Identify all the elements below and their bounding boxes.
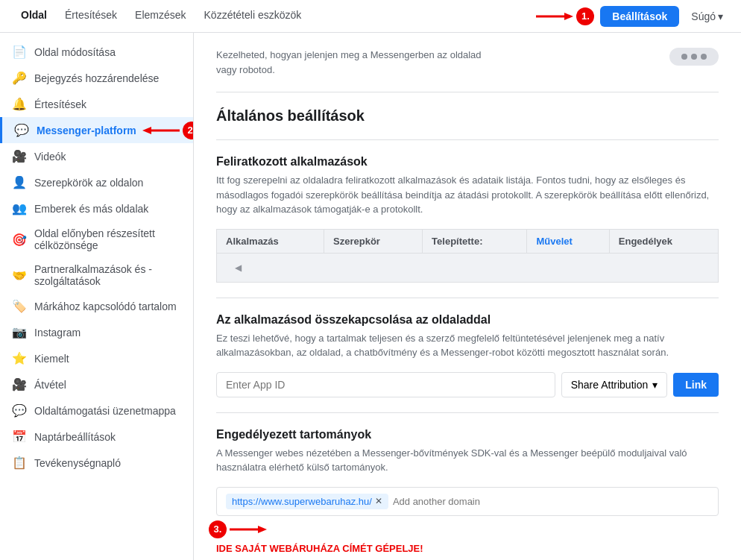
page-layout: 📄 Oldal módosítása 🔑 Bejegyzés hozzárend… (0, 33, 741, 560)
log-icon: 📋 (12, 456, 27, 470)
share-attribution-dropdown[interactable]: Share Attribution ▾ (561, 372, 668, 397)
annotation-3-wrapper: 3. (209, 520, 274, 538)
remove-domain-icon[interactable]: ✕ (375, 496, 382, 506)
svg-marker-5 (258, 526, 267, 533)
apps-table: Alkalmazás Szerepkör Telepítette: Művele… (216, 229, 719, 283)
star-icon: ⭐ (12, 351, 27, 365)
domain-tag: https://www.superwebaruhaz.hu/ ✕ (226, 494, 388, 509)
chevron-down-icon: ▾ (718, 10, 723, 22)
arrow-to-domain-icon (230, 522, 274, 537)
page-edit-icon: 📄 (12, 45, 27, 59)
main-content: Kezelheted, hogyan jelenjen meg a Messen… (194, 33, 741, 560)
messenger-info-row: Kezelheted, hogyan jelenjen meg a Messen… (216, 48, 719, 77)
chevron-down-icon: ▾ (652, 379, 658, 391)
subscribed-apps-title: Feliratkozott alkalmazások (216, 155, 719, 169)
messenger-dots-preview (669, 48, 719, 66)
svg-marker-3 (142, 127, 151, 134)
sidebar-item-instagram[interactable]: 📷 Instagram (0, 319, 193, 345)
sidebar-item-kiemelt[interactable]: ⭐ Kiemelt (0, 345, 193, 371)
annotation-badge-1: 1. (576, 7, 594, 25)
link-button[interactable]: Link (673, 373, 719, 397)
annotation-badge-3: 3. (209, 520, 227, 538)
sidebar-item-oldal-modositasa[interactable]: 📄 Oldal módosítása (0, 39, 193, 65)
settings-button[interactable]: Beállítások (600, 6, 679, 27)
domain-input-wrapper: https://www.superwebaruhaz.hu/ ✕ 3. (216, 487, 719, 516)
target-icon: 🎯 (12, 233, 27, 247)
nav-item-ertesitesek[interactable]: Értesítések (56, 0, 126, 33)
sidebar-item-atvétel[interactable]: 🎥 Átvétel (0, 371, 193, 397)
save-row-wrapper: IDE SAJÁT WEBÁRUHÁZA CÍMÉT GÉPELJE! 4. M… (216, 543, 719, 561)
messenger-icon: 💬 (14, 123, 29, 137)
app-id-input[interactable] (216, 372, 555, 397)
tag-icon: 🏷️ (12, 299, 27, 313)
col-alkalmazas: Alkalmazás (217, 229, 324, 253)
domain-tags-container[interactable]: https://www.superwebaruhaz.hu/ ✕ (216, 487, 719, 516)
sidebar-item-messenger-wrapper: 💬 Messenger-platform 2. (0, 117, 193, 143)
transfer-icon: 🎥 (12, 377, 27, 391)
instagram-icon: 📷 (12, 325, 27, 339)
sidebar-item-bejegyzes[interactable]: 🔑 Bejegyzés hozzárendelése (0, 65, 193, 91)
arrow-to-settings-icon (536, 9, 573, 24)
nav-item-kozzetételi[interactable]: Közzétételi eszközök (195, 0, 311, 33)
sidebar-item-marka[interactable]: 🏷️ Márkához kapcsolódó tartalom (0, 293, 193, 319)
header-actions: 1. Beállítások Súgó ▾ (536, 6, 729, 27)
sidebar-item-ertesitesek[interactable]: 🔔 Értesítések (0, 91, 193, 117)
scroll-indicator: ◀ (226, 259, 709, 276)
nav-item-oldal[interactable]: Oldal (12, 0, 56, 33)
link-app-row: Share Attribution ▾ Link (216, 372, 719, 397)
subscribed-apps-desc: Itt fog szerepelni az oldaladra feliratk… (216, 173, 719, 217)
annotation-badge-2: 2. (183, 122, 194, 139)
sidebar-item-tevekenysegnaplo[interactable]: 📋 Tevékenységnapló (0, 450, 193, 476)
sidebar: 📄 Oldal módosítása 🔑 Bejegyzés hozzárend… (0, 33, 194, 560)
help-menu[interactable]: Súgó ▾ (685, 10, 729, 22)
link-app-title: Az alkalmazásod összekapcsolása az oldal… (216, 313, 719, 327)
annotation-2-wrapper: 2. (135, 122, 194, 139)
col-telepitette: Telepítette: (423, 229, 527, 253)
domains-title: Engedélyezett tartományok (216, 428, 719, 441)
sidebar-item-naptár[interactable]: 📅 Naptárbeállítások (0, 424, 193, 450)
link-app-desc: Ez teszi lehetővé, hogy a tartalmak telj… (216, 331, 719, 360)
video-icon: 🎥 (12, 149, 27, 163)
general-settings-title: Általános beállítások (216, 107, 719, 125)
col-engedélyek: Engedélyek (609, 229, 718, 253)
sidebar-item-uzenetmappa[interactable]: 💬 Oldaltámogatási üzenetmappa (0, 397, 193, 424)
col-muvelet: Művelet (527, 229, 609, 253)
dot-1 (681, 54, 687, 60)
user-icon: 👤 (12, 175, 27, 189)
domains-desc: A Messenger webes nézetében a Messenger-… (216, 446, 719, 475)
nav-item-elemzesek[interactable]: Elemzések (126, 0, 195, 33)
col-szerepkor: Szerepkör (324, 229, 423, 253)
arrow-to-messenger-icon (135, 123, 180, 138)
red-annotation-text: IDE SAJÁT WEBÁRUHÁZA CÍMÉT GÉPELJE! (216, 543, 719, 554)
dot-2 (691, 54, 697, 60)
chat-icon: 💬 (12, 403, 27, 418)
top-nav: Oldal Értesítések Elemzések Közzétételi … (0, 0, 741, 33)
calendar-icon: 📅 (12, 430, 27, 444)
sidebar-item-szerepkorok[interactable]: 👤 Szerepkörök az oldalon (0, 169, 193, 195)
handshake-icon: 🤝 (12, 268, 27, 283)
sidebar-item-videok[interactable]: 🎥 Videók (0, 143, 193, 169)
sidebar-item-celkozonseg[interactable]: 🎯 Oldal előnyben részesített célközönség… (0, 221, 193, 257)
messenger-desc: Kezelheted, hogyan jelenjen meg a Messen… (216, 48, 493, 77)
bell-icon: 🔔 (12, 97, 27, 111)
svg-marker-1 (564, 13, 573, 20)
sidebar-item-emberek[interactable]: 👥 Emberek és más oldalak (0, 195, 193, 221)
add-domain-input[interactable] (393, 496, 709, 507)
dot-3 (701, 54, 707, 60)
key-icon: 🔑 (12, 71, 27, 85)
users-icon: 👥 (12, 201, 27, 215)
sidebar-item-partner[interactable]: 🤝 Partneralkalmazások és -szolgáltatások (0, 257, 193, 293)
